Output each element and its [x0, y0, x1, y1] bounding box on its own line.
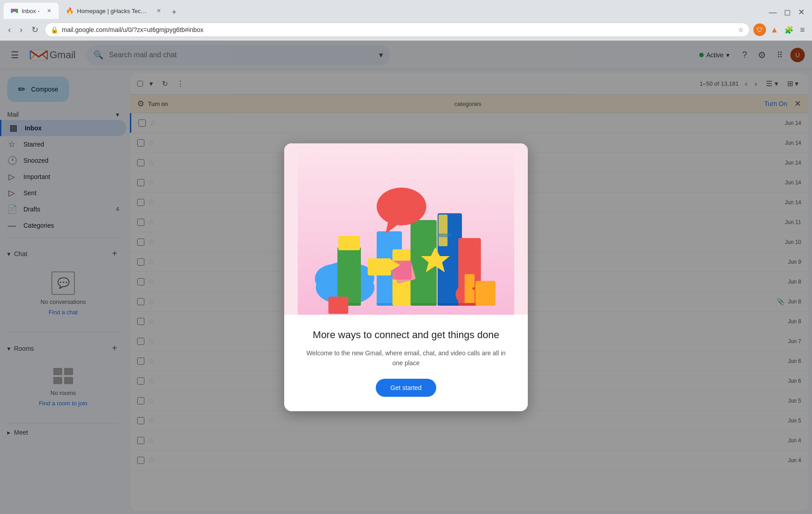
- reload-button[interactable]: ↻: [29, 23, 41, 37]
- address-bar: 🔒 ☆: [45, 23, 750, 37]
- gmail-tab[interactable]: Inbox - ✕: [4, 3, 59, 19]
- modal-illustration: [284, 143, 528, 315]
- browser-tabs: Inbox - ✕ 🔥 Homepage | gHacks Technology…: [0, 0, 812, 19]
- browser-menu-button[interactable]: ≡: [798, 23, 807, 37]
- url-input[interactable]: [62, 26, 734, 33]
- svg-rect-14: [411, 303, 437, 306]
- get-started-button[interactable]: Get started: [376, 379, 436, 397]
- browser-chrome: Inbox - ✕ 🔥 Homepage | gHacks Technology…: [0, 0, 812, 41]
- new-tab-button[interactable]: +: [168, 6, 180, 19]
- svg-rect-9: [328, 297, 348, 314]
- ghacks-tab-title: Homepage | gHacks Technology News: [77, 8, 149, 14]
- modal-title: More ways to connect and get things done: [302, 329, 510, 341]
- svg-rect-26: [368, 258, 391, 275]
- svg-rect-16: [438, 215, 448, 246]
- brave-shield-button[interactable]: 🛡: [753, 23, 766, 36]
- minimize-button[interactable]: —: [765, 6, 780, 19]
- svg-point-32: [472, 287, 475, 290]
- modal-overlay[interactable]: More ways to connect and get things done…: [0, 41, 812, 514]
- close-window-button[interactable]: ✕: [794, 5, 808, 19]
- svg-rect-17: [438, 303, 462, 306]
- modal-body: More ways to connect and get things done…: [284, 315, 528, 412]
- gmail-favicon: [11, 7, 18, 14]
- modal-dialog: More ways to connect and get things done…: [284, 143, 528, 412]
- browser-bar: ‹ › ↻ 🔒 ☆ 🛡 ▲ 🧩 ≡: [0, 19, 812, 41]
- svg-point-24: [377, 188, 426, 225]
- ghacks-tab-close[interactable]: ✕: [157, 8, 161, 14]
- gmail-tab-close[interactable]: ✕: [47, 8, 51, 14]
- modal-illustration-svg: [298, 143, 514, 315]
- browser-actions: 🛡 ▲ 🧩 ≡: [753, 23, 807, 37]
- modal-description: Welcome to the new Gmail, where email, c…: [302, 348, 510, 368]
- maximize-button[interactable]: ◻: [780, 5, 794, 19]
- ghacks-tab[interactable]: 🔥 Homepage | gHacks Technology News ✕: [59, 3, 168, 19]
- back-button[interactable]: ‹: [5, 23, 14, 37]
- extensions-button[interactable]: 🧩: [783, 24, 795, 36]
- brave-rewards-button[interactable]: ▲: [769, 23, 780, 37]
- svg-rect-8: [338, 236, 360, 250]
- forward-button[interactable]: ›: [17, 23, 25, 37]
- svg-rect-30: [438, 234, 451, 237]
- bookmark-icon[interactable]: ☆: [738, 26, 744, 33]
- gmail-tab-title: Inbox -: [22, 8, 40, 14]
- svg-rect-20: [475, 281, 495, 306]
- lock-icon: 🔒: [51, 26, 58, 33]
